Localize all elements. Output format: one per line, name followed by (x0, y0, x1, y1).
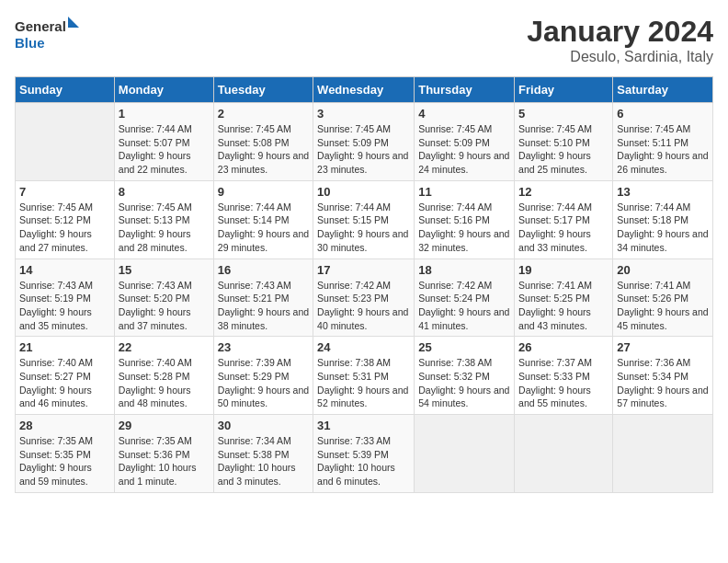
day-info: Sunrise: 7:37 AMSunset: 5:33 PMDaylight:… (518, 356, 609, 410)
calendar-cell: 22Sunrise: 7:40 AMSunset: 5:28 PMDayligh… (114, 337, 213, 415)
calendar-week-4: 21Sunrise: 7:40 AMSunset: 5:27 PMDayligh… (16, 337, 713, 415)
day-info: Sunrise: 7:40 AMSunset: 5:28 PMDaylight:… (119, 356, 210, 410)
col-tuesday: Tuesday (213, 77, 313, 103)
header: General Blue January 2024 Desulo, Sardin… (15, 15, 713, 65)
day-info: Sunrise: 7:45 AMSunset: 5:13 PMDaylight:… (119, 201, 210, 255)
calendar-cell: 23Sunrise: 7:39 AMSunset: 5:29 PMDayligh… (213, 337, 313, 415)
day-info: Sunrise: 7:45 AMSunset: 5:10 PMDaylight:… (518, 122, 609, 177)
day-number: 25 (418, 340, 510, 354)
calendar-cell: 4Sunrise: 7:45 AMSunset: 5:09 PMDaylight… (415, 103, 515, 181)
day-info: Sunrise: 7:41 AMSunset: 5:26 PMDaylight:… (617, 279, 709, 333)
day-info: Sunrise: 7:44 AMSunset: 5:14 PMDaylight:… (218, 201, 309, 255)
calendar-cell: 10Sunrise: 7:44 AMSunset: 5:15 PMDayligh… (313, 180, 415, 259)
day-info: Sunrise: 7:44 AMSunset: 5:18 PMDaylight:… (617, 201, 709, 255)
day-info: Sunrise: 7:44 AMSunset: 5:07 PMDaylight:… (119, 122, 210, 177)
day-number: 28 (19, 419, 110, 432)
day-info: Sunrise: 7:43 AMSunset: 5:21 PMDaylight:… (218, 279, 309, 333)
calendar-cell: 16Sunrise: 7:43 AMSunset: 5:21 PMDayligh… (213, 259, 313, 337)
day-number: 4 (418, 107, 510, 121)
day-info: Sunrise: 7:35 AMSunset: 5:36 PMDaylight:… (119, 434, 210, 488)
day-number: 15 (119, 263, 210, 277)
day-number: 2 (218, 107, 309, 121)
calendar-cell: 6Sunrise: 7:45 AMSunset: 5:11 PMDaylight… (613, 103, 713, 181)
day-number: 8 (119, 185, 210, 199)
day-number: 22 (119, 340, 210, 354)
calendar-cell: 5Sunrise: 7:45 AMSunset: 5:10 PMDaylight… (515, 103, 613, 181)
day-number: 3 (317, 107, 410, 121)
day-info: Sunrise: 7:38 AMSunset: 5:31 PMDaylight:… (317, 356, 410, 410)
day-number: 31 (317, 419, 410, 432)
day-number: 9 (218, 185, 309, 199)
logo: General Blue (15, 15, 79, 55)
calendar-cell: 27Sunrise: 7:36 AMSunset: 5:34 PMDayligh… (613, 337, 713, 415)
svg-text:General: General (15, 18, 66, 34)
calendar-cell: 13Sunrise: 7:44 AMSunset: 5:18 PMDayligh… (613, 180, 713, 259)
svg-marker-1 (68, 17, 79, 28)
day-info: Sunrise: 7:43 AMSunset: 5:20 PMDaylight:… (119, 279, 210, 333)
calendar-cell (415, 415, 515, 493)
calendar-cell (16, 103, 115, 181)
location-subtitle: Desulo, Sardinia, Italy (527, 49, 713, 65)
day-number: 12 (518, 185, 609, 199)
title-area: January 2024 Desulo, Sardinia, Italy (527, 15, 713, 65)
calendar-cell (613, 415, 713, 493)
day-number: 19 (518, 263, 609, 277)
calendar-cell (515, 415, 613, 493)
calendar-cell: 14Sunrise: 7:43 AMSunset: 5:19 PMDayligh… (16, 259, 115, 337)
calendar-cell: 17Sunrise: 7:42 AMSunset: 5:23 PMDayligh… (313, 259, 415, 337)
day-info: Sunrise: 7:40 AMSunset: 5:27 PMDaylight:… (19, 356, 110, 410)
day-info: Sunrise: 7:45 AMSunset: 5:09 PMDaylight:… (418, 122, 510, 177)
calendar-cell: 18Sunrise: 7:42 AMSunset: 5:24 PMDayligh… (415, 259, 515, 337)
day-number: 23 (218, 340, 309, 354)
day-info: Sunrise: 7:43 AMSunset: 5:19 PMDaylight:… (19, 279, 110, 333)
col-sunday: Sunday (16, 77, 115, 103)
calendar-cell: 20Sunrise: 7:41 AMSunset: 5:26 PMDayligh… (613, 259, 713, 337)
day-info: Sunrise: 7:33 AMSunset: 5:39 PMDaylight:… (317, 434, 410, 488)
day-info: Sunrise: 7:45 AMSunset: 5:09 PMDaylight:… (317, 122, 410, 177)
calendar-week-3: 14Sunrise: 7:43 AMSunset: 5:19 PMDayligh… (16, 259, 713, 337)
day-info: Sunrise: 7:44 AMSunset: 5:17 PMDaylight:… (518, 201, 609, 255)
calendar-week-1: 1Sunrise: 7:44 AMSunset: 5:07 PMDaylight… (16, 103, 713, 181)
col-monday: Monday (114, 77, 213, 103)
calendar-cell: 1Sunrise: 7:44 AMSunset: 5:07 PMDaylight… (114, 103, 213, 181)
day-info: Sunrise: 7:45 AMSunset: 5:11 PMDaylight:… (617, 122, 709, 177)
calendar-cell: 11Sunrise: 7:44 AMSunset: 5:16 PMDayligh… (415, 180, 515, 259)
col-thursday: Thursday (415, 77, 515, 103)
day-info: Sunrise: 7:38 AMSunset: 5:32 PMDaylight:… (418, 356, 510, 410)
calendar-cell: 15Sunrise: 7:43 AMSunset: 5:20 PMDayligh… (114, 259, 213, 337)
day-info: Sunrise: 7:42 AMSunset: 5:24 PMDaylight:… (418, 279, 510, 333)
day-info: Sunrise: 7:36 AMSunset: 5:34 PMDaylight:… (617, 356, 709, 410)
day-info: Sunrise: 7:44 AMSunset: 5:15 PMDaylight:… (317, 201, 410, 255)
day-number: 21 (19, 340, 110, 354)
calendar-cell: 24Sunrise: 7:38 AMSunset: 5:31 PMDayligh… (313, 337, 415, 415)
calendar-cell: 28Sunrise: 7:35 AMSunset: 5:35 PMDayligh… (16, 415, 115, 493)
day-number: 27 (617, 340, 709, 354)
calendar-cell: 8Sunrise: 7:45 AMSunset: 5:13 PMDaylight… (114, 180, 213, 259)
day-info: Sunrise: 7:41 AMSunset: 5:25 PMDaylight:… (518, 279, 609, 333)
day-number: 30 (218, 419, 309, 432)
calendar-cell: 19Sunrise: 7:41 AMSunset: 5:25 PMDayligh… (515, 259, 613, 337)
day-number: 20 (617, 263, 709, 277)
day-number: 11 (418, 185, 510, 199)
col-friday: Friday (515, 77, 613, 103)
day-number: 1 (119, 107, 210, 121)
day-number: 13 (617, 185, 709, 199)
calendar-cell: 26Sunrise: 7:37 AMSunset: 5:33 PMDayligh… (515, 337, 613, 415)
day-number: 29 (119, 419, 210, 432)
day-info: Sunrise: 7:34 AMSunset: 5:38 PMDaylight:… (218, 434, 309, 488)
day-info: Sunrise: 7:45 AMSunset: 5:08 PMDaylight:… (218, 122, 309, 177)
calendar-cell: 31Sunrise: 7:33 AMSunset: 5:39 PMDayligh… (313, 415, 415, 493)
calendar-cell: 12Sunrise: 7:44 AMSunset: 5:17 PMDayligh… (515, 180, 613, 259)
day-number: 6 (617, 107, 709, 121)
col-saturday: Saturday (613, 77, 713, 103)
calendar-table: Sunday Monday Tuesday Wednesday Thursday… (15, 76, 713, 493)
day-number: 5 (518, 107, 609, 121)
day-number: 10 (317, 185, 410, 199)
day-info: Sunrise: 7:44 AMSunset: 5:16 PMDaylight:… (418, 201, 510, 255)
day-info: Sunrise: 7:35 AMSunset: 5:35 PMDaylight:… (19, 434, 110, 488)
day-info: Sunrise: 7:39 AMSunset: 5:29 PMDaylight:… (218, 356, 309, 410)
day-number: 7 (19, 185, 110, 199)
calendar-cell: 21Sunrise: 7:40 AMSunset: 5:27 PMDayligh… (16, 337, 115, 415)
day-number: 16 (218, 263, 309, 277)
day-info: Sunrise: 7:42 AMSunset: 5:23 PMDaylight:… (317, 279, 410, 333)
